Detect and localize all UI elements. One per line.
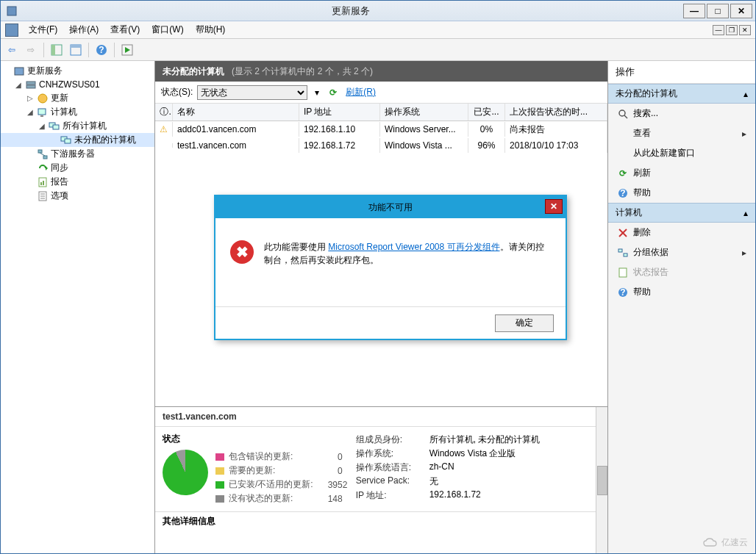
action-help2[interactable]: ? 帮助 — [608, 282, 755, 302]
action-refresh[interactable]: ⟳ 刷新 — [608, 163, 755, 183]
tree-server[interactable]: ◢ CNHZWSUS01 — [1, 78, 154, 91]
row-inst: 0% — [468, 122, 505, 137]
list-row[interactable]: ⚠ addc01.vancen.com 192.168.1.10 Windows… — [155, 121, 607, 137]
dialog-close-button[interactable]: ✕ — [545, 199, 563, 214]
action-status-report[interactable]: 状态报告 — [608, 262, 755, 282]
computers-icon — [37, 107, 49, 118]
app-window: 更新服务 — □ ✕ 文件(F) 操作(A) 查看(V) 窗口(W) 帮助(H)… — [0, 0, 756, 554]
list-row[interactable]: test1.vancen.com 192.168.1.72 Windows Vi… — [155, 137, 607, 154]
mdi-close[interactable]: ✕ — [739, 25, 751, 35]
svg-rect-24 — [40, 182, 42, 185]
mdi-minimize[interactable]: — — [713, 25, 724, 35]
menu-action[interactable]: 操作(A) — [63, 22, 104, 37]
tree-updates[interactable]: ▷ 更新 — [1, 91, 154, 105]
tree-downstream-label: 下游服务器 — [51, 148, 95, 160]
tree-all-computers-label: 所有计算机 — [63, 120, 107, 132]
svg-rect-0 — [7, 7, 16, 15]
tree-report[interactable]: 报告 — [1, 175, 154, 189]
tree-root[interactable]: 更新服务 — [1, 64, 154, 78]
maximize-button[interactable]: □ — [707, 4, 729, 18]
report-viewer-link[interactable]: Microsoft Report Viewer 2008 可再分发组件 — [328, 242, 499, 252]
play-button[interactable] — [119, 42, 135, 58]
status-heading: 状态 — [163, 433, 343, 445]
action-group[interactable]: 分组依据 ▸ — [608, 242, 755, 262]
state-select[interactable]: 无状态 — [197, 85, 307, 100]
svg-rect-20 — [43, 156, 47, 159]
action-help[interactable]: ? 帮助 — [608, 183, 755, 203]
updates-icon — [37, 93, 49, 104]
tree-server-label: CNHZWSUS01 — [39, 79, 100, 90]
toolbar: ⇦ ⇨ ? — [1, 39, 755, 61]
legend-err-n: 0 — [313, 452, 343, 462]
row-icon — [155, 143, 173, 148]
mmc-icon — [5, 24, 18, 37]
action-group-label: 分组依据 — [633, 246, 668, 259]
menu-help[interactable]: 帮助(H) — [190, 22, 232, 37]
row-inst: 96% — [468, 138, 505, 153]
tree-computers[interactable]: ◢ 计算机 — [1, 105, 154, 119]
detail-info: 组成员身份:所有计算机, 未分配的计算机 操作系统:Windows Vista … — [356, 433, 541, 506]
action-status-report-label: 状态报告 — [633, 266, 668, 278]
svg-rect-9 — [15, 68, 24, 75]
svg-rect-2 — [51, 45, 55, 55]
status-legend: 包含错误的更新:0 需要的更新:0 已安装/不适用的更新:3952 没有状态的更… — [215, 450, 343, 506]
menu-window[interactable]: 窗口(W) — [146, 22, 189, 37]
minimize-button[interactable]: — — [683, 4, 705, 18]
forward-button[interactable]: ⇨ — [23, 42, 39, 58]
action-refresh-label: 刷新 — [633, 167, 651, 179]
back-button[interactable]: ⇦ — [4, 42, 20, 58]
ok-button[interactable]: 确定 — [495, 314, 554, 332]
action-section-computer[interactable]: 计算机▴ — [608, 203, 755, 223]
legend-installed-n: 3952 — [313, 480, 343, 490]
col-last[interactable]: 上次报告状态的时... — [505, 104, 607, 120]
close-button[interactable]: ✕ — [730, 4, 752, 18]
tree-unassigned[interactable]: 未分配的计算机 — [1, 133, 154, 147]
svg-marker-22 — [46, 166, 48, 170]
dialog-title: 功能不可用 — [368, 201, 413, 214]
menu-file[interactable]: 文件(F) — [23, 22, 63, 37]
help-button[interactable]: ? — [93, 42, 110, 58]
action-new-window-label: 从此处新建窗口 — [633, 147, 695, 159]
detail-scrollbar[interactable] — [596, 407, 607, 553]
col-installed[interactable]: 已安... — [468, 104, 505, 120]
refresh-link[interactable]: 刷新(R) — [346, 86, 376, 98]
search-icon — [617, 108, 629, 120]
row-date: 尚未报告 — [505, 121, 607, 138]
cloud-icon — [702, 537, 718, 549]
col-ip[interactable]: IP 地址 — [299, 104, 380, 120]
state-label: 状态(S): — [161, 86, 193, 98]
legend-installed: 已安装/不适用的更新: — [229, 478, 313, 491]
action-delete[interactable]: 删除 — [608, 223, 755, 242]
info-lang-val: zh-CN — [429, 461, 454, 474]
tree-downstream[interactable]: 下游服务器 — [1, 147, 154, 161]
col-os[interactable]: 操作系统 — [380, 104, 468, 120]
tree-options[interactable]: 选项 — [1, 189, 154, 203]
action-view[interactable]: 查看 ▸ — [608, 123, 755, 143]
chevron-right-icon: ▸ — [742, 248, 746, 258]
info-ip-label: IP 地址: — [356, 489, 429, 502]
error-icon: ✖ — [230, 240, 254, 264]
refresh-icon: ⟳ — [617, 168, 629, 179]
menu-view[interactable]: 查看(V) — [104, 22, 146, 37]
center-header-title: 未分配的计算机 — [163, 65, 224, 78]
chevron-right-icon: ▸ — [742, 129, 746, 139]
center-header: 未分配的计算机 (显示 2 个计算机中的 2 个，共 2 个) — [155, 61, 607, 82]
tree-all-computers[interactable]: ◢ 所有计算机 — [1, 119, 154, 133]
svg-point-12 — [38, 94, 47, 103]
action-search[interactable]: 搜索... — [608, 104, 755, 123]
show-tree-button[interactable] — [49, 42, 65, 58]
col-name[interactable]: 名称 — [173, 104, 299, 120]
dialog-titlebar[interactable]: 功能不可用 ✕ — [215, 196, 566, 218]
svg-rect-36 — [618, 249, 622, 252]
row-name: test1.vancen.com — [173, 138, 299, 153]
col-icon[interactable]: ⓘ — [155, 104, 173, 120]
svg-rect-18 — [65, 139, 71, 143]
action-section-unassigned[interactable]: 未分配的计算机▴ — [608, 84, 755, 104]
filter-row: 状态(S): 无状态 ▾ ⟳ 刷新(R) — [155, 82, 607, 104]
mdi-restore[interactable]: ❐ — [726, 25, 738, 35]
list-body: ⚠ addc01.vancen.com 192.168.1.10 Windows… — [155, 121, 607, 154]
action-new-window[interactable]: 从此处新建窗口 — [608, 143, 755, 163]
layout-button[interactable] — [68, 42, 84, 58]
tree-sync[interactable]: 同步 — [1, 161, 154, 175]
app-icon — [6, 5, 18, 17]
